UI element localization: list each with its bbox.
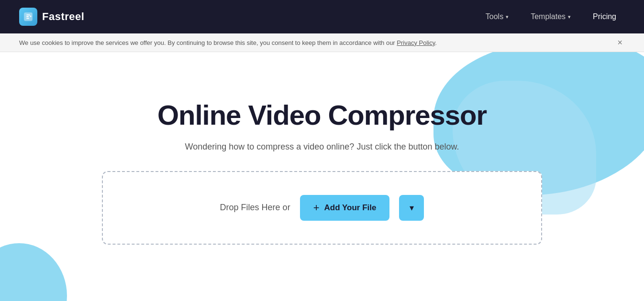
add-file-dropdown-button[interactable]: ▾ xyxy=(399,195,424,221)
nav-templates-label: Templates xyxy=(531,12,566,21)
brand[interactable]: Fastreel xyxy=(19,8,84,26)
page-title: Online Video Compressor xyxy=(157,100,487,130)
add-file-button[interactable]: + Add Your File xyxy=(300,195,390,221)
chevron-down-icon: ▾ xyxy=(568,14,571,20)
plus-icon: + xyxy=(313,203,320,213)
chevron-down-icon: ▾ xyxy=(410,203,414,213)
navbar: Fastreel Tools ▾ Templates ▾ Pricing xyxy=(0,0,644,33)
main-content: Online Video Compressor Wondering how to… xyxy=(0,52,644,301)
nav-pricing[interactable]: Pricing xyxy=(584,8,625,26)
add-file-label: Add Your File xyxy=(324,203,376,213)
nav-tools-label: Tools xyxy=(486,12,503,21)
chevron-down-icon: ▾ xyxy=(506,14,509,20)
privacy-policy-link[interactable]: Privacy Policy xyxy=(397,39,435,46)
brand-logo xyxy=(19,8,37,26)
page-center: Online Video Compressor Wondering how to… xyxy=(0,52,644,245)
cookie-close-button[interactable]: × xyxy=(615,38,625,47)
cookie-message: We use cookies to improve the services w… xyxy=(19,39,437,46)
page-subtitle: Wondering how to compress a video online… xyxy=(185,142,459,152)
cookie-banner: We use cookies to improve the services w… xyxy=(0,33,644,52)
nav-pricing-label: Pricing xyxy=(593,12,616,21)
brand-name: Fastreel xyxy=(42,11,84,23)
nav-menu: Tools ▾ Templates ▾ Pricing xyxy=(477,8,625,26)
nav-tools[interactable]: Tools ▾ xyxy=(477,8,517,26)
nav-templates[interactable]: Templates ▾ xyxy=(522,8,579,26)
drop-zone[interactable]: Drop Files Here or + Add Your File ▾ xyxy=(102,171,542,245)
cookie-text: We use cookies to improve the services w… xyxy=(19,39,395,46)
drop-text: Drop Files Here or xyxy=(220,203,290,213)
blob-decoration-3 xyxy=(0,243,67,301)
